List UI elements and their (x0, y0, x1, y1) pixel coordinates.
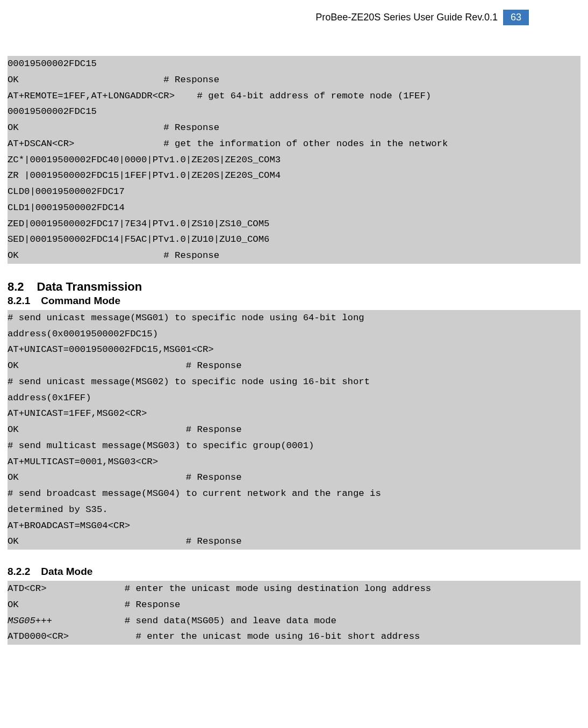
subsection-number: 8.2.2 (8, 566, 30, 577)
heading-8-2-1: 8.2.1Command Mode (8, 295, 580, 307)
section-title: Data Transmission (37, 280, 142, 293)
subsection-number: 8.2.1 (8, 295, 30, 306)
doc-title: ProBee-ZE20S Series User Guide Rev.0.1 (315, 12, 498, 23)
code-block-2: # send unicast message(MSG01) to specifi… (8, 310, 580, 550)
code-line: +++ # send data(MSG05) and leave data mo… (35, 616, 336, 626)
page-header: ProBee-ZE20S Series User Guide Rev.0.1 6… (315, 10, 529, 25)
code-line: ATD0000<CR> # enter the unicast mode usi… (8, 631, 420, 641)
page-content: 00019500002FDC15 OK # Response AT+REMOTE… (8, 56, 580, 645)
subsection-title: Command Mode (41, 295, 120, 306)
heading-8-2: 8.2Data Transmission (8, 280, 580, 294)
page-number: 63 (503, 10, 529, 25)
code-block-3: ATD<CR> # enter the unicast mode using d… (8, 581, 580, 645)
code-line: ATD<CR> # enter the unicast mode using d… (8, 583, 431, 594)
section-number: 8.2 (8, 280, 24, 293)
code-line: OK # Response (8, 600, 180, 610)
code-block-1: 00019500002FDC15 OK # Response AT+REMOTE… (8, 56, 580, 264)
subsection-title: Data Mode (41, 566, 92, 577)
code-italic: MSG05 (8, 616, 35, 626)
heading-8-2-2: 8.2.2Data Mode (8, 566, 580, 578)
